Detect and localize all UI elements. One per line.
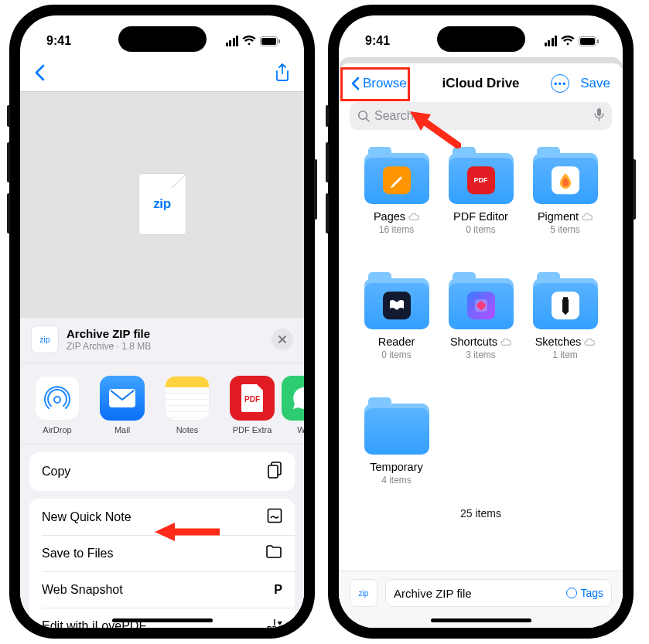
share-sheet: zip Archive ZIP file ZIP Archive · 1.8 M… [20, 317, 304, 628]
sheet-title: Archive ZIP file [67, 327, 151, 342]
share-app-row: AirDrop Mail Notes P [20, 363, 304, 445]
more-options-button[interactable]: ••• [551, 74, 569, 93]
annotation-arrow-browse [407, 108, 461, 148]
filename-field[interactable]: Archive ZIP file Tags [385, 579, 612, 607]
folder-sketches[interactable]: Sketches 1 item [523, 278, 607, 360]
share-wa[interactable]: WA [292, 376, 304, 434]
battery-icon [260, 36, 281, 46]
quick-note-icon [267, 508, 282, 526]
svg-rect-7 [268, 465, 278, 478]
action-copy[interactable]: Copy [29, 452, 295, 491]
shortcuts-app-icon [467, 291, 495, 319]
sheet-subtitle: ZIP Archive · 1.8 MB [67, 341, 151, 352]
dictate-button[interactable] [594, 107, 604, 124]
nav-bar: Browse iCloud Drive ••• Save [339, 63, 623, 99]
cloud-icon [584, 336, 595, 347]
document-preview: zip [20, 91, 304, 317]
annotation-arrow-save-to-files [153, 521, 220, 543]
phone-left: 9:41 zip zip Ar [9, 5, 315, 639]
svg-rect-8 [268, 509, 282, 522]
share-pdfextra[interactable]: PDF PDF Extra [227, 376, 277, 434]
cloud-icon [408, 211, 419, 222]
close-button[interactable] [272, 329, 293, 350]
wifi-icon [242, 36, 256, 46]
folder-pigment[interactable]: Pigment 5 items [523, 153, 607, 235]
battery-icon [579, 36, 599, 46]
svg-rect-11 [597, 39, 599, 43]
total-items: 25 items [339, 507, 623, 520]
ilovepdf-icon: I ♥PDF [267, 619, 282, 629]
share-notes[interactable]: Notes [162, 376, 212, 434]
cloud-icon [582, 211, 593, 222]
cloud-icon [500, 336, 511, 347]
folder-shortcuts[interactable]: Shortcuts 3 items [439, 278, 523, 360]
cellular-icon [224, 36, 238, 46]
svg-text:PDF: PDF [244, 395, 260, 404]
tags-button[interactable]: Tags [566, 587, 603, 599]
mail-icon [100, 376, 145, 421]
zip-badge-icon: zip [31, 325, 59, 353]
search-icon [357, 110, 370, 122]
search-field[interactable]: Search [350, 102, 612, 130]
svg-rect-13 [597, 108, 601, 116]
folder-icon [265, 545, 282, 562]
svg-rect-10 [580, 38, 595, 45]
folder-temporary[interactable]: Temporary 4 items [354, 404, 439, 486]
share-airdrop[interactable]: AirDrop [32, 376, 82, 434]
folder-grid: Pages 16 items PDF PDF Editor 0 items Pi… [339, 130, 623, 493]
reader-app-icon [383, 291, 411, 319]
folder-pdf-editor[interactable]: PDF PDF Editor 0 items [439, 153, 523, 235]
folder-pages[interactable]: Pages 16 items [354, 153, 439, 235]
share-mail[interactable]: Mail [97, 376, 147, 434]
pages-app-icon [383, 166, 411, 194]
tag-icon [566, 588, 577, 598]
zip-badge-icon: zip [350, 579, 377, 607]
back-button[interactable] [34, 64, 45, 84]
wifi-icon [561, 36, 575, 46]
save-button[interactable]: Save [580, 76, 610, 91]
whatsapp-icon [282, 376, 304, 421]
folder-reader[interactable]: Reader 0 items [354, 278, 439, 360]
cellular-icon [543, 36, 557, 46]
browse-back-button[interactable]: Browse [351, 76, 407, 91]
pdf-editor-app-icon: PDF [467, 166, 495, 194]
svg-point-3 [54, 397, 60, 403]
pdf-extra-icon: PDF [230, 376, 275, 421]
pigment-app-icon [552, 166, 579, 194]
airdrop-icon [35, 376, 80, 421]
phone-right: 9:41 Browse iCloud Drive ••• Save [328, 5, 634, 639]
action-web-snapshot[interactable]: Web Snapshot P [29, 571, 295, 608]
share-button[interactable] [275, 63, 290, 85]
web-snapshot-icon: P [274, 583, 282, 597]
action-edit-ilovepdf[interactable]: Edit with iLovePDF I ♥PDF [29, 608, 295, 628]
nav-bar [20, 57, 304, 91]
svg-rect-1 [261, 38, 276, 45]
status-time: 9:41 [46, 34, 71, 48]
notes-icon [165, 376, 210, 421]
status-time: 9:41 [365, 34, 390, 48]
sketches-app-icon [552, 291, 579, 319]
copy-icon [267, 462, 282, 482]
svg-rect-2 [278, 39, 280, 43]
home-indicator[interactable] [431, 618, 531, 622]
save-sheet: Browse iCloud Drive ••• Save Search [339, 63, 623, 628]
home-indicator[interactable] [112, 618, 213, 622]
zip-file-icon: zip [139, 174, 186, 234]
